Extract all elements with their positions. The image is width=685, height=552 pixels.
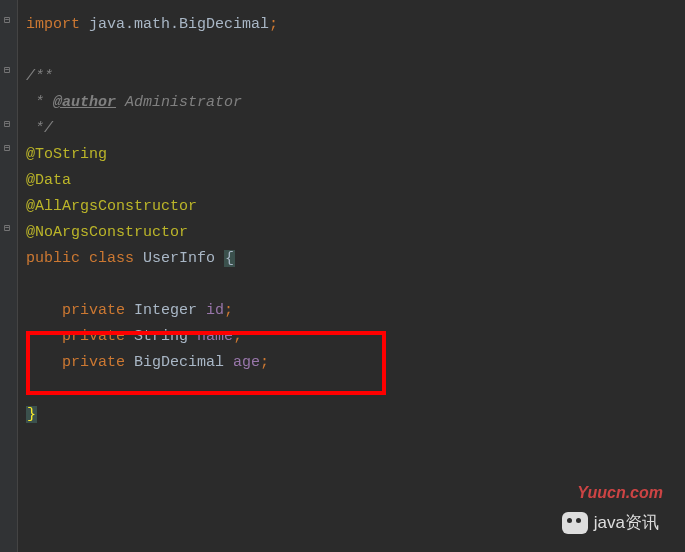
code-line: @NoArgsConstructor	[26, 220, 677, 246]
code-line: */	[26, 116, 677, 142]
javadoc-tag: @author	[53, 94, 116, 111]
fold-icon[interactable]: ⊟	[4, 142, 10, 154]
type-bigdecimal: BigDecimal	[134, 354, 224, 371]
editor-gutter: ⊟ ⊟ ⊟ ⊟ ⊟	[0, 0, 18, 552]
package-path: java.math.BigDecimal	[80, 16, 269, 33]
keyword-public: public	[26, 250, 80, 267]
keyword-import: import	[26, 16, 80, 33]
semicolon: ;	[269, 16, 278, 33]
fold-icon[interactable]: ⊟	[4, 64, 10, 76]
code-line: private String name;	[26, 324, 677, 350]
semicolon: ;	[260, 354, 269, 371]
field-name: name	[197, 328, 233, 345]
field-age: age	[233, 354, 260, 371]
fold-icon[interactable]: ⊟	[4, 222, 10, 234]
code-line: @ToString	[26, 142, 677, 168]
blank-line	[26, 38, 677, 64]
code-line: private Integer id;	[26, 298, 677, 324]
javadoc-author: Administrator	[116, 94, 242, 111]
fold-icon[interactable]: ⊟	[4, 14, 10, 26]
watermark-channel: java资讯	[562, 511, 659, 534]
annotation-noargs: @NoArgsConstructor	[26, 224, 188, 241]
javadoc-open: /**	[26, 68, 53, 85]
code-line: import java.math.BigDecimal;	[26, 12, 677, 38]
watermark-channel-text: java资讯	[594, 511, 659, 534]
wechat-icon	[562, 512, 588, 534]
keyword-private: private	[62, 302, 125, 319]
semicolon: ;	[233, 328, 242, 345]
code-content[interactable]: import java.math.BigDecimal; /** * @auth…	[18, 0, 685, 552]
code-line: @AllArgsConstructor	[26, 194, 677, 220]
blank-line	[26, 272, 677, 298]
keyword-private: private	[62, 328, 125, 345]
type-string: String	[134, 328, 188, 345]
watermark-site: Yuucn.com	[577, 484, 663, 502]
javadoc-star: *	[26, 94, 53, 111]
code-line: /**	[26, 64, 677, 90]
keyword-class: class	[89, 250, 134, 267]
annotation-allargs: @AllArgsConstructor	[26, 198, 197, 215]
annotation-data: @Data	[26, 172, 71, 189]
code-line: * @author Administrator	[26, 90, 677, 116]
code-line: private BigDecimal age;	[26, 350, 677, 376]
javadoc-close: */	[26, 120, 53, 137]
type-integer: Integer	[134, 302, 197, 319]
brace-close: }	[26, 406, 37, 423]
code-line: public class UserInfo {	[26, 246, 677, 272]
code-editor: ⊟ ⊟ ⊟ ⊟ ⊟ import java.math.BigDecimal; /…	[0, 0, 685, 552]
brace-open: {	[224, 250, 235, 267]
code-line: }	[26, 402, 677, 428]
annotation-tostring: @ToString	[26, 146, 107, 163]
code-line: @Data	[26, 168, 677, 194]
semicolon: ;	[224, 302, 233, 319]
fold-icon[interactable]: ⊟	[4, 118, 10, 130]
field-id: id	[206, 302, 224, 319]
keyword-private: private	[62, 354, 125, 371]
blank-line	[26, 376, 677, 402]
class-name: UserInfo	[143, 250, 215, 267]
